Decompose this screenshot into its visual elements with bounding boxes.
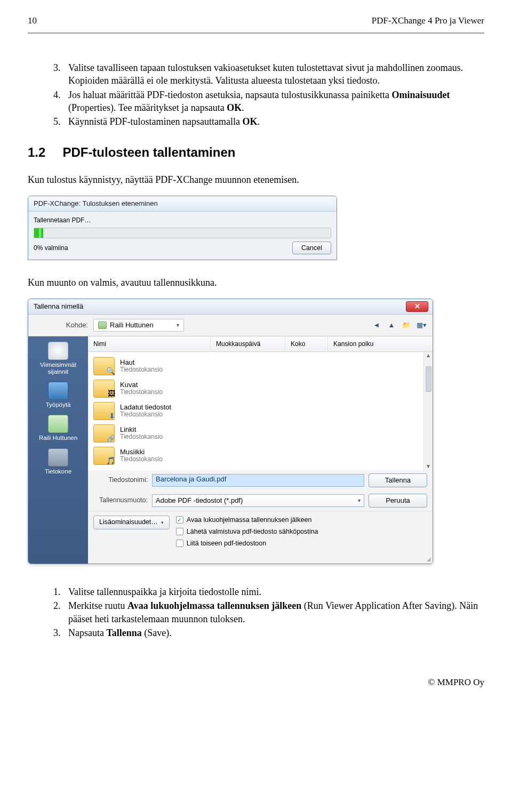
cancel-button[interactable]: Cancel <box>292 242 331 254</box>
doc-title: PDF-XChange 4 Pro ja Viewer <box>372 15 484 27</box>
list-item[interactable]: LinkitTiedostokansio <box>88 422 433 445</box>
list-item[interactable]: HautTiedostokansio <box>88 355 433 377</box>
saveas-title: Tallenna nimellä <box>34 302 83 311</box>
progress-title: PDF-XChange: Tulostuksen eteneminen <box>28 196 337 212</box>
page-number: 10 <box>28 15 37 27</box>
filename-input[interactable]: Barcelona ja Gaudi.pdf <box>152 474 364 487</box>
list2-text-2: Merkitse ruutu Avaa lukuohjelmassa talle… <box>68 599 484 625</box>
dialog-cancel-button[interactable]: Peruuta <box>369 494 427 508</box>
folder-search-icon <box>93 357 115 375</box>
save-button[interactable]: Tallenna <box>369 473 427 487</box>
places-bar: Viimeisimmät sijainnit Työpöytä Raili Hu… <box>28 336 88 564</box>
progress-percent: 0% valmiina <box>34 244 68 252</box>
new-folder-icon[interactable]: 📁 <box>401 320 412 331</box>
vertical-scrollbar[interactable]: ▲ ▼ <box>423 352 433 470</box>
more-options-button[interactable]: Lisäominaisuudet… <box>93 516 170 529</box>
progress-dialog: PDF-XChange: Tulostuksen eteneminen Tall… <box>28 196 337 260</box>
list1-text-3: Valitse tavalliseen tapaan tulostuksen v… <box>68 61 484 87</box>
paragraph-2: Kun muunto on valmis, avautuu tallennusi… <box>28 276 484 289</box>
save-as-dialog: Tallenna nimellä ✕ Kohde: Raili Huttunen… <box>28 299 433 564</box>
up-icon[interactable]: ▲ <box>386 320 397 331</box>
user-folder-icon <box>48 415 68 433</box>
place-recent[interactable]: Viimeisimmät sijainnit <box>30 342 86 375</box>
column-headers[interactable]: Nimi Muokkauspäivä Koko Kansion polku <box>88 336 433 352</box>
folder-downloads-icon <box>93 402 115 420</box>
computer-icon <box>48 448 68 467</box>
folder-images-icon <box>93 380 115 398</box>
progress-status: Tallennetaan PDF… <box>34 216 331 224</box>
checkbox-icon <box>176 528 183 535</box>
dest-value: Raili Huttunen <box>110 320 154 330</box>
list1-num-5: 5. <box>53 115 68 128</box>
dest-dropdown[interactable]: Raili Huttunen ▾ <box>93 319 184 332</box>
chevron-down-icon: ▾ <box>177 321 179 329</box>
place-user[interactable]: Raili Huttunen <box>39 415 77 441</box>
list1-text-5: Käynnistä PDF-tulostaminen napsauttamall… <box>68 115 484 128</box>
desktop-icon <box>48 382 68 400</box>
folder-links-icon <box>93 424 115 443</box>
checkbox-icon: ✓ <box>176 516 183 524</box>
back-icon[interactable]: ◄ <box>371 320 382 331</box>
list-item[interactable]: Ladatut tiedostotTiedostokansio <box>88 400 433 422</box>
list2-num-3: 3. <box>53 626 68 639</box>
progress-bar <box>34 228 331 238</box>
instruction-list-2: 1. Valitse tallennuspaikka ja kirjoita t… <box>53 585 484 639</box>
paragraph-1: Kun tulostus käynnistyy, näyttää PDF-XCh… <box>28 173 484 186</box>
list2-text-3: Napsauta Tallenna (Save). <box>68 626 484 639</box>
folder-list: HautTiedostokansio KuvatTiedostokansio L… <box>88 352 433 470</box>
place-computer[interactable]: Tietokone <box>45 448 71 475</box>
list1-num-4: 4. <box>53 89 68 115</box>
list2-num-2: 2. <box>53 599 68 625</box>
dest-label: Kohde: <box>34 320 88 330</box>
col-path[interactable]: Kansion polku <box>328 336 433 351</box>
col-name[interactable]: Nimi <box>88 336 211 351</box>
list1-num-3: 3. <box>53 61 68 87</box>
footer-copyright: © MMPRO Oy <box>28 677 484 689</box>
format-label: Tallennusmuoto: <box>93 496 148 505</box>
list-item[interactable]: KuvatTiedostokansio <box>88 377 433 400</box>
header-rule <box>28 33 484 34</box>
folder-icon <box>98 321 107 329</box>
heading-number: 1.2 <box>28 144 45 161</box>
format-dropdown[interactable]: Adobe PDF -tiedostot (*.pdf) <box>152 494 364 507</box>
section-heading: 1.2 PDF-tulosteen tallentaminen <box>28 144 484 161</box>
col-size[interactable]: Koko <box>285 336 328 351</box>
resize-grip-icon[interactable]: ◢ <box>88 556 433 564</box>
scroll-thumb[interactable] <box>426 366 431 392</box>
checkbox-append[interactable]: Liitä toiseen pdf-tiedostoon <box>176 539 318 548</box>
list2-num-1: 1. <box>53 585 68 598</box>
recent-icon <box>48 342 68 360</box>
heading-text: PDF-tulosteen tallentaminen <box>62 144 235 161</box>
list2-text-1: Valitse tallennuspaikka ja kirjoita tied… <box>68 585 484 598</box>
list1-text-4: Jos haluat määrittää PDF-tiedoston asetu… <box>68 89 484 115</box>
list-item[interactable]: MusiikkiTiedostokansio <box>88 445 433 467</box>
checkbox-open-after[interactable]: ✓ Avaa lukuohjelmassa tallennuksen jälke… <box>176 516 318 525</box>
checkbox-email[interactable]: Lähetä valmistuva pdf-tiedosto sähköpost… <box>176 527 318 536</box>
close-button[interactable]: ✕ <box>406 301 428 312</box>
folder-music-icon <box>93 447 115 465</box>
instruction-list-1: 3. Valitse tavalliseen tapaan tulostukse… <box>53 61 484 128</box>
filename-label: Tiedostonimi: <box>93 476 148 485</box>
close-icon: ✕ <box>414 302 420 311</box>
place-desktop[interactable]: Työpöytä <box>46 382 71 408</box>
scroll-up-icon[interactable]: ▲ <box>426 352 431 359</box>
checkbox-icon <box>176 540 183 547</box>
scroll-down-icon[interactable]: ▼ <box>426 463 431 470</box>
view-mode-icon[interactable]: ▦▾ <box>415 320 427 331</box>
col-modified[interactable]: Muokkauspäivä <box>211 336 285 351</box>
